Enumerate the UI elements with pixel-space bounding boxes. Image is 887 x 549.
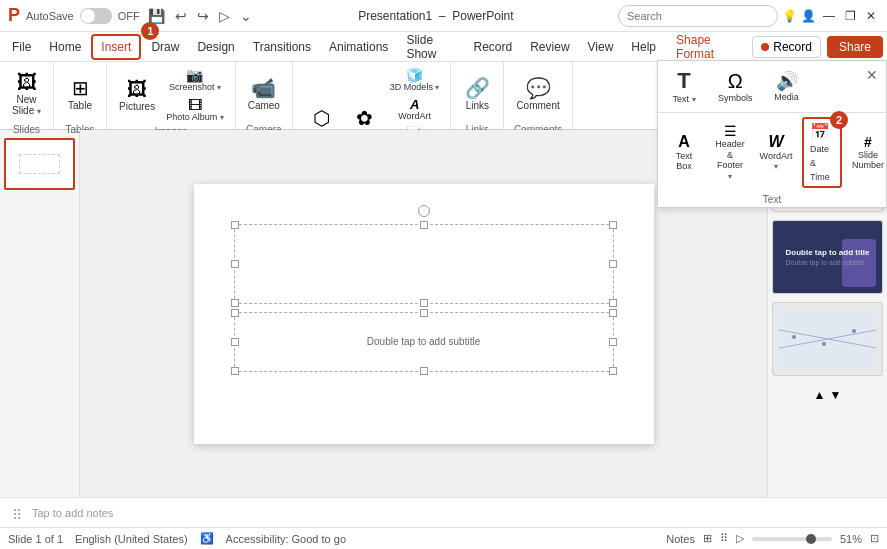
handle-ml[interactable] bbox=[231, 260, 239, 268]
subtitle-handle-br[interactable] bbox=[609, 367, 617, 375]
redo-icon[interactable]: ↪ bbox=[197, 8, 209, 24]
sf-header-footer-button[interactable]: ☰ Header& Footer ▾ bbox=[710, 120, 750, 185]
view-normal-icon[interactable]: ⊞ bbox=[703, 532, 712, 545]
sf-slide-number-button[interactable]: # SlideNumber bbox=[848, 131, 887, 175]
subtitle-placeholder: Double tap to add subtitle bbox=[367, 336, 480, 347]
ribbon-group-images: 🖼 Pictures 📷 Screenshot ▾ 🎞 Photo Album … bbox=[107, 62, 236, 129]
3d-models-button[interactable]: 🧊 3D Models ▾ bbox=[387, 66, 443, 94]
photo-album-button[interactable]: 🎞 Photo Album ▾ bbox=[163, 96, 227, 124]
customize-icon[interactable]: ⌄ bbox=[240, 8, 252, 24]
menu-home[interactable]: Home bbox=[41, 36, 89, 58]
screenshot-button[interactable]: 📷 Screenshot ▾ bbox=[163, 66, 227, 94]
subtitle-handle-tl[interactable] bbox=[231, 309, 239, 317]
menu-view[interactable]: View bbox=[580, 36, 622, 58]
restore-button[interactable]: ❐ bbox=[845, 9, 856, 23]
slide-subtitle-box[interactable]: Double tap to add subtitle bbox=[234, 312, 614, 372]
autosave-label: AutoSave bbox=[26, 10, 74, 22]
menu-review[interactable]: Review bbox=[522, 36, 577, 58]
view-slide-sorter-icon[interactable]: ⠿ bbox=[720, 532, 728, 545]
handle-br[interactable] bbox=[609, 299, 617, 307]
sf-wordart-icon: W bbox=[768, 133, 783, 151]
sf-media-icon: 🔊 bbox=[776, 70, 798, 92]
menu-animations[interactable]: Animations bbox=[321, 36, 396, 58]
menu-record[interactable]: Record bbox=[466, 36, 521, 58]
close-button[interactable]: ✕ bbox=[866, 9, 876, 23]
handle-tr[interactable] bbox=[609, 221, 617, 229]
subtitle-handle-tc[interactable] bbox=[420, 309, 428, 317]
pictures-icon: 🖼 bbox=[127, 79, 147, 99]
handle-tl[interactable] bbox=[231, 221, 239, 229]
notes-placeholder: Tap to add notes bbox=[32, 507, 113, 519]
subtitle-handle-ml[interactable] bbox=[231, 338, 239, 346]
zoom-level: 51% bbox=[840, 533, 862, 545]
slide-canvas[interactable]: Double tap to add subtitle bbox=[194, 184, 654, 444]
cameo-button[interactable]: 📹 Cameo bbox=[244, 66, 284, 122]
zoom-thumb[interactable] bbox=[806, 534, 816, 544]
thumb2-subtitle: Double tap to add subtitle bbox=[786, 259, 870, 266]
pictures-button[interactable]: 🖼 Pictures bbox=[115, 67, 159, 123]
theme-thumb-3[interactable] bbox=[772, 302, 883, 376]
comment-button[interactable]: 💬 Comment bbox=[512, 66, 563, 122]
table-button[interactable]: ⊞ Table bbox=[62, 66, 98, 122]
handle-mr[interactable] bbox=[609, 260, 617, 268]
links-button[interactable]: 🔗 Links bbox=[459, 66, 495, 122]
notes-resize-handle[interactable]: ⠿ bbox=[12, 507, 24, 519]
menu-bar: File Home Insert 1 Draw Design Transitio… bbox=[0, 32, 887, 62]
table-icon: ⊞ bbox=[72, 78, 89, 98]
record-button[interactable]: Record bbox=[752, 36, 821, 58]
autosave-toggle[interactable] bbox=[80, 8, 112, 24]
sf-symbols-button[interactable]: Ω Symbols bbox=[712, 67, 759, 107]
zoom-slider[interactable] bbox=[752, 537, 832, 541]
sf-text-button[interactable]: T Text ▾ bbox=[664, 65, 704, 108]
menu-transitions[interactable]: Transitions bbox=[245, 36, 319, 58]
menu-help[interactable]: Help bbox=[623, 36, 664, 58]
fit-to-window-icon[interactable]: ⊡ bbox=[870, 532, 879, 545]
theme-thumb-2[interactable]: Double tap to add title Double tap to ad… bbox=[772, 220, 883, 294]
subtitle-handle-tr[interactable] bbox=[609, 309, 617, 317]
sf-text-icon: T bbox=[677, 68, 690, 94]
sf-media-button[interactable]: 🔊 Media bbox=[767, 67, 807, 106]
help-icon[interactable]: 💡 bbox=[782, 9, 797, 23]
slide-title-box[interactable] bbox=[234, 224, 614, 304]
sf-slide-number-icon: # bbox=[864, 134, 872, 150]
user-icon[interactable]: 👤 bbox=[801, 9, 816, 23]
svg-point-2 bbox=[792, 335, 796, 339]
present-icon[interactable]: ▷ bbox=[219, 8, 230, 24]
thumb-scroll-up[interactable]: ▲ bbox=[814, 388, 826, 402]
view-reading-icon[interactable]: ▷ bbox=[736, 532, 744, 545]
handle-tc[interactable] bbox=[420, 221, 428, 229]
slide-thumbnail-1[interactable] bbox=[4, 138, 75, 190]
sf-datetime-button[interactable]: 2 📅 Date &Time bbox=[802, 117, 842, 188]
svg-point-4 bbox=[852, 329, 856, 333]
subtitle-handle-mr[interactable] bbox=[609, 338, 617, 346]
cameo-icon: 📹 bbox=[251, 78, 276, 98]
menu-file[interactable]: File bbox=[4, 36, 39, 58]
menu-insert[interactable]: Insert 1 bbox=[91, 34, 141, 60]
record-label: Record bbox=[773, 40, 812, 54]
handle-bl[interactable] bbox=[231, 299, 239, 307]
menu-slideshow[interactable]: Slide Show bbox=[398, 29, 463, 65]
rotation-handle[interactable] bbox=[418, 205, 430, 217]
wordart-button[interactable]: A WordArt bbox=[387, 96, 443, 123]
search-input[interactable] bbox=[618, 5, 778, 27]
undo-icon[interactable]: ↩ bbox=[175, 8, 187, 24]
handle-bc[interactable] bbox=[420, 299, 428, 307]
slide-panel: 1 bbox=[0, 130, 80, 497]
powerpoint-logo: P bbox=[8, 5, 20, 26]
sf-close-button[interactable]: ✕ bbox=[864, 65, 880, 85]
minimize-button[interactable]: — bbox=[823, 9, 835, 23]
notes-toggle[interactable]: Notes bbox=[666, 533, 695, 545]
menu-design[interactable]: Design bbox=[189, 36, 242, 58]
ribbon-group-camera: 📹 Cameo Camera bbox=[236, 62, 293, 129]
thumb-scroll-down[interactable]: ▼ bbox=[830, 388, 842, 402]
subtitle-handle-bl[interactable] bbox=[231, 367, 239, 375]
subtitle-handle-bc[interactable] bbox=[420, 367, 428, 375]
shapes-icon: ⬡ bbox=[313, 108, 330, 128]
svg-line-1 bbox=[779, 329, 876, 349]
insert-badge: 1 bbox=[141, 22, 159, 40]
sf-textbox-button[interactable]: A TextBox bbox=[664, 130, 704, 176]
share-button[interactable]: Share bbox=[827, 36, 883, 58]
new-slide-button[interactable]: 🖼 NewSlide ▾ bbox=[8, 66, 45, 122]
sf-wordart-button[interactable]: W WordArt ▾ bbox=[756, 130, 796, 176]
status-right: Notes ⊞ ⠿ ▷ 51% ⊡ bbox=[666, 532, 879, 545]
